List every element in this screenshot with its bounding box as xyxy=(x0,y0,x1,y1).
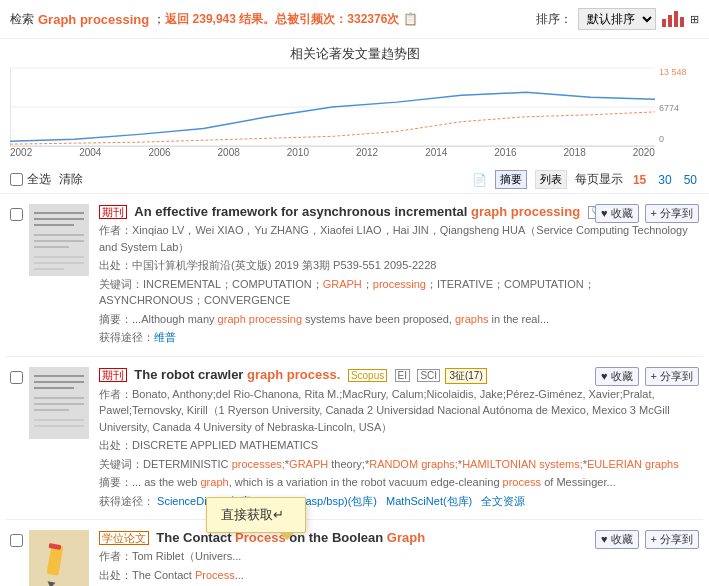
paper-2-degree: 3征(17) xyxy=(445,368,486,384)
paper-3-share-btn[interactable]: + 分享到 xyxy=(645,530,699,549)
bar3 xyxy=(674,11,678,27)
trend-x-labels: 20022004200620082010 2012201420162018202… xyxy=(10,147,655,160)
paper-2-type: 期刊 xyxy=(99,368,127,382)
svg-rect-18 xyxy=(34,397,84,399)
paper-list: 期刊 An effective framework for asynchrono… xyxy=(0,194,709,586)
svg-rect-20 xyxy=(34,409,69,411)
svg-rect-11 xyxy=(34,256,84,258)
bar4 xyxy=(680,17,684,27)
svg-rect-8 xyxy=(34,234,84,236)
paper-1-source-weipu[interactable]: 维普 xyxy=(154,331,176,343)
list-view-btn[interactable]: 列表 xyxy=(535,170,567,189)
y-label-bot: 0 xyxy=(659,134,664,144)
trend-section: 相关论著发文量趋势图 20022004200620082010 20122014… xyxy=(0,39,709,166)
results-expand-icon[interactable]: 📋 xyxy=(403,12,418,26)
sort-label: 排序： xyxy=(536,11,572,28)
search-label: 检索 xyxy=(10,11,34,28)
per-page-label: 每页显示 xyxy=(575,171,623,188)
paper-2-title-link[interactable]: graph process. xyxy=(247,367,340,382)
paper-2-thumbnail xyxy=(29,367,89,439)
select-all-button[interactable]: 全选 xyxy=(27,171,51,188)
per-page-15[interactable]: 15 xyxy=(633,173,646,187)
summary-view-btn[interactable]: 摘要 xyxy=(495,170,527,189)
paper-3-thumbnail xyxy=(29,530,89,586)
svg-rect-21 xyxy=(34,419,84,421)
paper-2-source-mathscinet[interactable]: MathSciNet(包库) xyxy=(386,495,472,507)
paper-item: 期刊 An effective framework for asynchrono… xyxy=(6,194,703,357)
y-label-top: 13 548 xyxy=(659,67,687,77)
paper-3-authors: 作者：Tom Riblet（Univers... xyxy=(99,548,699,565)
bar1 xyxy=(662,19,666,27)
tooltip-text: 直接获取↵ xyxy=(221,507,284,522)
per-page-50[interactable]: 50 xyxy=(684,173,697,187)
paper-1-title: An effective framework for asynchronous … xyxy=(134,204,583,219)
toolbar-right: 📄 摘要 列表 每页显示 15 30 50 xyxy=(472,170,699,189)
paper-1-type: 期刊 xyxy=(99,205,127,219)
paper-1-actions: ♥ 收藏 + 分享到 xyxy=(595,204,699,223)
paper-1-collect-btn[interactable]: ♥ 收藏 xyxy=(595,204,639,223)
paper-1-body: 期刊 An effective framework for asynchrono… xyxy=(99,204,699,346)
paper-3-collect-btn[interactable]: ♥ 收藏 xyxy=(595,530,639,549)
paper-item: 期刊 The robot crawler graph process. Scop… xyxy=(6,357,703,521)
paper-3-type: 学位论文 xyxy=(99,531,149,545)
per-page-30[interactable]: 30 xyxy=(658,173,671,187)
paper-2-checkbox[interactable] xyxy=(10,371,23,384)
svg-rect-17 xyxy=(34,387,74,389)
paper-2-collect-btn[interactable]: ♥ 收藏 xyxy=(595,367,639,386)
svg-rect-15 xyxy=(34,375,84,377)
paper-1-abstract: 摘要：...Although many graph processing sys… xyxy=(99,311,699,328)
paper-1-pub: 出处：中国计算机学报前沿(英文版) 2019 第3期 P539-551 2095… xyxy=(99,257,699,274)
sort-select[interactable]: 默认排序 被引频次 发表时间 xyxy=(578,8,656,30)
trend-title: 相关论著发文量趋势图 xyxy=(10,45,699,63)
paper-3-actions: ♥ 收藏 + 分享到 xyxy=(595,530,699,549)
search-bar: 检索 Graph processing ；返回 239,943 结果。总被引频次… xyxy=(0,0,709,39)
paper-1-keywords: 关键词：INCREMENTAL；COMPUTATION；GRAPH；proces… xyxy=(99,276,699,309)
paper-1-title-link[interactable]: graph processing xyxy=(471,204,580,219)
paper-2-sci-badge: SCI xyxy=(417,369,440,382)
paper-2-abstract: 摘要：... as the web graph, which is a vari… xyxy=(99,474,699,491)
sort-area: 排序： 默认排序 被引频次 发表时间 ⊞ xyxy=(536,8,699,30)
chart-icon[interactable] xyxy=(662,11,684,27)
paper-2-source-fulltext[interactable]: 全文资源 xyxy=(481,495,525,507)
tooltip-arrow xyxy=(279,532,295,540)
paper-1-share-btn[interactable]: + 分享到 xyxy=(645,204,699,223)
paper-2-title: The robot crawler graph process. xyxy=(134,367,344,382)
paper-2-share-btn[interactable]: + 分享到 xyxy=(645,367,699,386)
svg-rect-22 xyxy=(34,425,84,427)
svg-rect-13 xyxy=(34,268,64,270)
y-label-mid: 6774 xyxy=(659,103,679,113)
bar2 xyxy=(668,15,672,27)
paper-2-ei-badge: EI xyxy=(395,369,410,382)
svg-rect-6 xyxy=(34,218,84,220)
summary-view-icon: 📄 xyxy=(472,173,487,187)
svg-rect-12 xyxy=(34,262,84,264)
clear-button[interactable]: 清除 xyxy=(59,171,83,188)
paper-2-actions: ♥ 收藏 + 分享到 xyxy=(595,367,699,386)
paper-2-tooltip: 直接获取↵ xyxy=(206,497,306,533)
paper-2-scopus-badge: Scopus xyxy=(348,369,387,382)
paper-3-pub: 出处：The Contact Process... xyxy=(99,567,699,584)
svg-rect-19 xyxy=(34,403,84,405)
paper-2-sources: 获得途径： ScienceDirect(包库) EBSCO(asp/bsp)(包… xyxy=(99,493,699,510)
paper-3-checkbox[interactable] xyxy=(10,534,23,547)
svg-rect-10 xyxy=(34,246,69,248)
paper-1-thumbnail xyxy=(29,204,89,276)
paper-2-body: 期刊 The robot crawler graph process. Scop… xyxy=(99,367,699,510)
search-keyword: Graph processing xyxy=(38,12,149,27)
svg-rect-16 xyxy=(34,381,84,383)
paper-2-authors: 作者：Bonato, Anthony;del Rio-Chanona, Rita… xyxy=(99,386,699,436)
toolbar: 全选 清除 📄 摘要 列表 每页显示 15 30 50 xyxy=(0,166,709,194)
paper-3-title-link2[interactable]: Graph xyxy=(387,530,425,545)
svg-rect-7 xyxy=(34,224,74,226)
paper-2-keywords: 关键词：DETERMINISTIC processes;*GRAPH theor… xyxy=(99,456,699,473)
paper-2-pub: 出处：DISCRETE APPLIED MATHEMATICS xyxy=(99,437,699,454)
paper-1-checkbox[interactable] xyxy=(10,208,23,221)
search-results: ；返回 239,943 结果。总被引频次：332376次 xyxy=(153,11,399,28)
paper-1-authors: 作者：Xinqiao LV，Wei XIAO，Yu ZHANG，Xiaofei … xyxy=(99,222,699,255)
svg-rect-9 xyxy=(34,240,84,242)
svg-rect-5 xyxy=(34,212,84,214)
paper-1-sources: 获得途径：维普 xyxy=(99,329,699,346)
select-all-checkbox[interactable] xyxy=(10,173,23,186)
paper-item: 学位论文 The Contact Process on the Boolean … xyxy=(6,520,703,586)
chart-expand-icon[interactable]: ⊞ xyxy=(690,13,699,26)
